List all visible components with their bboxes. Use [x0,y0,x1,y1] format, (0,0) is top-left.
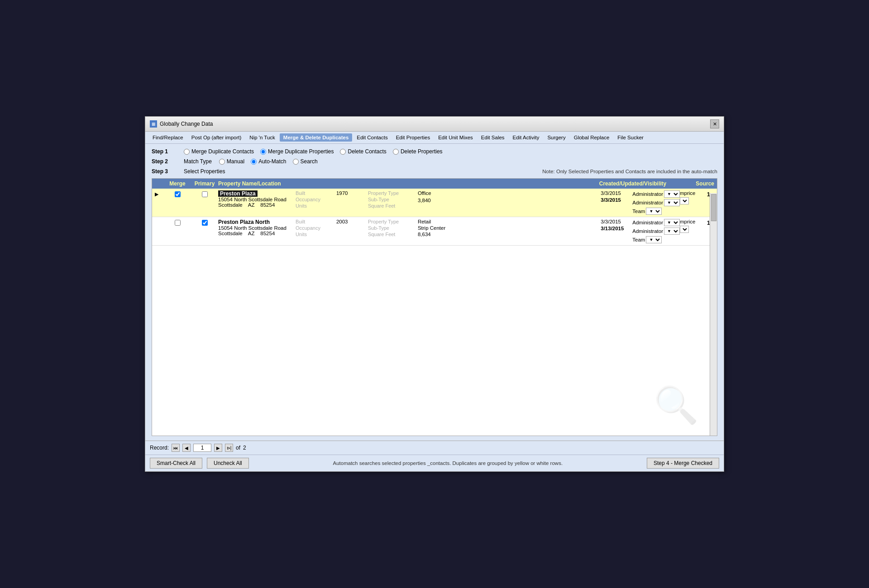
smart-check-all-button[interactable]: Smart-Check All [150,458,202,469]
occupancy-label-1: Occupancy [296,197,327,202]
menu-item-find-replace[interactable]: Find/Replace [149,133,187,142]
page-number-input[interactable] [193,444,211,452]
menu-item-global-replace[interactable]: Global Replace [570,133,613,142]
source-select-1[interactable]: ▼ [680,197,689,204]
row-primary-1[interactable] [191,190,218,197]
dates-col-1: 3/3/2015 3/3/2015 [601,190,632,204]
uncheck-all-button[interactable]: Uncheck All [207,458,249,469]
merge-checkbox-1[interactable] [175,191,181,197]
close-button[interactable]: ✕ [710,119,719,128]
search-label: Search [301,158,318,165]
of-label: of [236,445,240,451]
row-name-section-1: Preston Plaza 15054 North Scottsdale Roa… [218,190,601,209]
scrollbar[interactable] [710,193,717,436]
auto-match-radio[interactable] [251,159,257,165]
property-address-1: 15054 North Scottsdale Road [218,197,286,202]
menu-item-edit-properties[interactable]: Edit Properties [392,133,434,142]
merge-checkbox-2[interactable] [175,220,181,226]
step2-auto-match[interactable]: Auto-Match [251,158,286,165]
row-merge-2[interactable] [164,219,191,226]
property-city-2: Scottsdale AZ 85254 [218,231,286,236]
subtype-label-1: Sub-Type [368,197,409,202]
menu-item-edit-sales[interactable]: Edit Sales [477,133,508,142]
primary-checkbox-1[interactable] [202,191,208,197]
vis-col-2: Administrator ▼ Administrator ▼ Team ▼ [632,219,680,243]
step1-merge-contacts[interactable]: Merge Duplicate Contacts [184,148,254,155]
vis2-select-1[interactable]: ▼ [664,199,680,206]
col-primary-header: Primary [191,180,218,187]
menu-item-edit-activity[interactable]: Edit Activity [509,133,543,142]
step2-label: Step 2 [152,158,177,165]
menu-bar: Find/ReplacePost Op (after import)Nip 'n… [145,132,724,144]
vis1-2: Administrator [632,220,663,225]
menu-item-edit-contacts[interactable]: Edit Contacts [353,133,391,142]
merge-checked-button[interactable]: Step 4 - Merge Checked [647,458,719,469]
row-merge-1[interactable] [164,190,191,197]
total-pages: 2 [243,445,246,451]
sqft-val-1: 3,840 [418,198,458,203]
row-arrow-1: ▶ [155,190,164,197]
step3-label: Step 3 [152,168,177,175]
merge-contacts-radio[interactable] [184,149,190,155]
step2-options: Manual Auto-Match Search [219,158,318,165]
vis2-select-2[interactable]: ▼ [664,228,680,235]
manual-radio[interactable] [219,159,225,165]
delete-properties-label: Delete Properties [401,148,443,155]
step3-row: Step 3 Select Properties Note: Only Sele… [152,168,717,175]
window-title: Globally Change Data [160,121,213,127]
step2-manual[interactable]: Manual [219,158,244,165]
step2-search[interactable]: Search [293,158,318,165]
col-name-header: Property Name/Location [218,180,587,187]
vis3-select-1[interactable]: ▼ [646,208,662,215]
date1-2: 3/3/2015 [601,219,632,224]
property-name-1: Preston Plaza [218,190,258,197]
delete-contacts-radio[interactable] [340,149,346,155]
step1-delete-contacts[interactable]: Delete Contacts [340,148,386,155]
menu-item-nip-tuck[interactable]: Nip 'n Tuck [246,133,279,142]
properties-table: Merge Primary Property Name/Location Cre… [152,178,717,436]
delete-properties-radio[interactable] [393,149,399,155]
step2-row: Step 2 Match Type Manual Auto-Match Sear… [152,158,717,165]
menu-item-edit-unit-mixes[interactable]: Edit Unit Mixes [434,133,477,142]
pagination-bar: Record: ⏮ ◀ ▶ ⊳| of 2 [145,441,724,455]
menu-item-merge-delete[interactable]: Merge & Delete Duplicates [280,133,352,142]
vis3-2: Team [632,237,645,242]
step1-delete-properties[interactable]: Delete Properties [393,148,443,155]
built-val-1: 1970 [336,190,359,196]
step1-merge-properties[interactable]: Merge Duplicate Properties [260,148,334,155]
vis1-select-1[interactable]: ▼ [664,190,680,198]
occupancy-label-2: Occupancy [296,225,327,231]
vis-col-1: Administrator ▼ Administrator ▼ Team ▼ [632,190,680,215]
units-label-1: Units [296,203,327,209]
bottom-bar: Smart-Check All Uncheck All Automatch se… [145,455,724,471]
prev-page-button[interactable]: ◀ [182,444,191,452]
row-name-section-2: Preston Plaza North 15054 North Scottsda… [218,219,601,237]
date2-1: 3/3/2015 [601,197,632,203]
proptype-val-2: Retail [418,219,458,224]
next-page-button[interactable]: ▶ [214,444,222,452]
col-dates-header: Created/Updated/Visibility [587,180,678,187]
units-label-2: Units [296,232,327,237]
primary-checkbox-2[interactable] [202,220,208,226]
search-radio[interactable] [293,159,299,165]
window-icon: ▦ [150,120,157,128]
last-page-button[interactable]: ⊳| [225,444,233,452]
select-properties-label: Select Properties [184,168,225,175]
menu-item-file-sucker[interactable]: File Sucker [614,133,647,142]
menu-item-surgery[interactable]: Surgery [544,133,569,142]
table-header: Merge Primary Property Name/Location Cre… [152,179,717,189]
step1-options: Merge Duplicate Contacts Merge Duplicate… [184,148,443,155]
row-primary-2[interactable] [191,219,218,226]
menu-item-post-op[interactable]: Post Op (after import) [188,133,245,142]
vis2-2: Administrator [632,228,663,234]
built-val-2: 2003 [336,219,359,224]
vis1-select-2[interactable]: ▼ [664,219,680,226]
step1-row: Step 1 Merge Duplicate Contacts Merge Du… [152,148,717,155]
scrollbar-thumb[interactable] [711,194,716,221]
record-label: Record: [150,445,169,451]
merge-properties-radio[interactable] [260,149,266,155]
merge-properties-label: Merge Duplicate Properties [268,148,334,155]
first-page-button[interactable]: ⏮ [172,444,180,452]
vis3-select-2[interactable]: ▼ [646,236,662,243]
source-select-2[interactable]: ▼ [680,226,689,233]
